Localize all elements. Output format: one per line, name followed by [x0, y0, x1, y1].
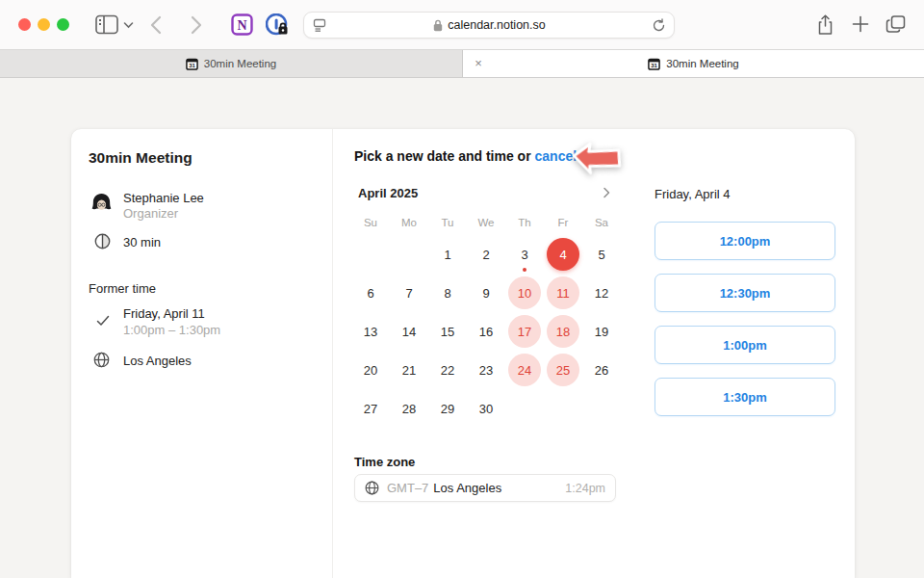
day-cell-29: 29: [428, 389, 467, 428]
day-cell-28: 28: [390, 389, 428, 428]
day-cell-25[interactable]: 25: [544, 351, 582, 389]
globe-icon: [93, 352, 110, 372]
check-icon: [96, 313, 110, 330]
weekday-header: We: [467, 210, 505, 235]
timezone-city: Los Angeles: [433, 481, 501, 495]
timezone-offset: GMT–7: [387, 481, 428, 495]
timezone-label: Time zone: [354, 455, 415, 469]
day-cell-2: 2: [467, 235, 505, 274]
day-cell-6: 6: [351, 274, 390, 312]
day-cell-17[interactable]: 17: [505, 312, 544, 351]
day-cell-24[interactable]: 24: [505, 351, 544, 389]
time-slot-button[interactable]: 1:00pm: [654, 326, 835, 364]
calendar-grid: SuMoTuWeThFrSa12345678910111213141516171…: [351, 210, 621, 428]
day-cell-14: 14: [390, 312, 428, 351]
day-cell-10[interactable]: 10: [505, 274, 544, 312]
organizer-name: Stephanie Lee: [123, 191, 204, 205]
duration-icon: [94, 233, 111, 253]
chevron-down-icon[interactable]: [123, 21, 134, 29]
day-cell-12: 12: [582, 274, 621, 312]
globe-icon: [365, 481, 379, 495]
calendar-month-label: April 2025: [358, 186, 418, 200]
window-zoom-button[interactable]: [57, 18, 69, 31]
weekday-header: Su: [351, 210, 390, 235]
event-title: 30min Meeting: [89, 149, 192, 167]
weekday-header: Sa: [582, 210, 621, 235]
page-background: 30min Meeting Stephanie Lee Organizer 30…: [0, 79, 924, 578]
tab-30min-meeting-active[interactable]: × 31 30min Meeting: [463, 50, 924, 77]
organizer-role: Organizer: [123, 206, 178, 221]
weekday-header: Mo: [390, 210, 428, 235]
day-cell-13: 13: [351, 312, 390, 351]
weekday-header: Fr: [544, 210, 582, 235]
day-cell-18[interactable]: 18: [544, 312, 582, 351]
day-cell-1: 1: [428, 235, 467, 274]
day-cell-23: 23: [467, 351, 505, 389]
sidebar-toggle-icon[interactable]: [95, 14, 118, 35]
former-time-range: 1:00pm – 1:30pm: [123, 323, 220, 337]
forward-icon[interactable]: [191, 15, 202, 35]
window-minimize-button[interactable]: [38, 18, 50, 31]
panel-divider: [332, 129, 333, 578]
day-cell-19: 19: [582, 312, 621, 351]
booking-card: 30min Meeting Stephanie Lee Organizer 30…: [71, 129, 855, 578]
event-location: Los Angeles: [123, 354, 192, 368]
weekday-header: Tu: [428, 210, 467, 235]
tab-overview-icon[interactable]: [886, 14, 907, 34]
selected-date-label: Friday, April 4: [654, 187, 731, 201]
url-text-wrap: calendar.notion.so: [327, 18, 652, 32]
new-tab-icon[interactable]: [852, 15, 869, 33]
cancel-link[interactable]: cancel: [535, 148, 578, 164]
tab-label: 30min Meeting: [204, 58, 276, 69]
day-cell-4[interactable]: 4: [544, 235, 582, 274]
day-cell-27: 27: [351, 389, 390, 428]
time-slot-button[interactable]: 12:30pm: [654, 274, 835, 312]
timezone-current-time: 1:24pm: [565, 482, 605, 495]
reload-icon[interactable]: [652, 18, 666, 33]
back-icon[interactable]: [150, 15, 162, 35]
day-cell-9: 9: [467, 274, 505, 312]
timezone-selector[interactable]: GMT–7 Los Angeles 1:24pm: [354, 474, 616, 502]
empty-day-cell: [390, 235, 428, 274]
former-date: Friday, April 11: [123, 306, 205, 321]
svg-text:31: 31: [651, 63, 657, 68]
day-cell-16: 16: [467, 312, 505, 351]
next-month-icon[interactable]: [597, 183, 616, 202]
organizer-avatar: [90, 193, 113, 215]
calendar-favicon: 31: [186, 58, 198, 70]
day-cell-3: 3: [505, 235, 544, 274]
day-cell-11[interactable]: 11: [544, 274, 582, 312]
share-icon[interactable]: [816, 14, 834, 36]
window-close-button[interactable]: [18, 18, 31, 31]
time-slot-button[interactable]: 1:30pm: [654, 378, 835, 416]
day-cell-7: 7: [390, 274, 428, 312]
day-cell-15: 15: [428, 312, 467, 351]
today-dot: [523, 268, 526, 272]
day-cell-5: 5: [582, 235, 621, 274]
calendar-favicon: 31: [648, 58, 660, 70]
page-settings-icon[interactable]: [312, 17, 327, 33]
day-cell-22: 22: [428, 351, 467, 389]
former-time-label: Former time: [89, 281, 156, 296]
tab-bar: 31 30min Meeting × 31 30min Meeting: [0, 50, 924, 78]
address-bar[interactable]: calendar.notion.so: [303, 12, 675, 39]
time-slot-button[interactable]: 12:00pm: [654, 222, 835, 260]
scheduler-heading: Pick a new date and time or cancel: [354, 148, 577, 164]
event-duration: 30 min: [123, 235, 161, 250]
url-text: calendar.notion.so: [448, 18, 545, 32]
weekday-header: Th: [505, 210, 544, 235]
onepassword-extension-icon[interactable]: [266, 13, 289, 37]
svg-text:31: 31: [189, 63, 195, 68]
time-slot-list: 12:00pm12:30pm1:00pm1:30pm: [654, 222, 835, 430]
pointer-arrow-icon: [571, 140, 626, 182]
browser-toolbar: N calendar.notion.so: [0, 0, 924, 50]
notion-extension-icon[interactable]: N: [231, 13, 253, 36]
close-tab-icon[interactable]: ×: [471, 56, 486, 71]
tab-30min-meeting-inactive[interactable]: 31 30min Meeting: [0, 50, 463, 77]
heading-text: Pick a new date and time or: [354, 148, 531, 164]
day-cell-30: 30: [467, 389, 505, 428]
tab-label: 30min Meeting: [666, 58, 738, 69]
day-cell-26: 26: [582, 351, 621, 389]
day-cell-20: 20: [351, 351, 390, 389]
day-cell-8: 8: [428, 274, 467, 312]
